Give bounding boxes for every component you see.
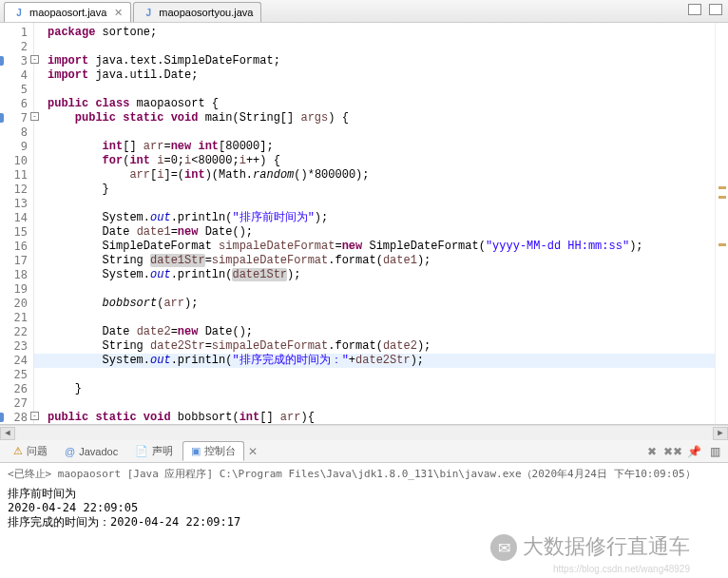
code-line[interactable]: System.out.println("排序前时间为"); bbox=[48, 211, 715, 225]
remove-launch-icon[interactable]: ✖ bbox=[644, 444, 660, 459]
line-number: 6 bbox=[0, 97, 28, 111]
line-number: 28- bbox=[0, 411, 28, 425]
line-number: 4 bbox=[0, 68, 28, 83]
console-header: <已终止> maopaosort [Java 应用程序] C:\Program … bbox=[8, 467, 720, 481]
remove-all-icon[interactable]: ✖✖ bbox=[665, 444, 680, 459]
pin-console-icon[interactable]: 📌 bbox=[686, 444, 701, 459]
code-line[interactable]: System.out.println(date1Str); bbox=[48, 268, 715, 282]
java-file-icon: J bbox=[142, 6, 155, 19]
code-line[interactable]: } bbox=[48, 183, 715, 197]
code-line[interactable]: public static void main(String[] args) { bbox=[48, 111, 715, 125]
override-marker-icon bbox=[0, 56, 4, 66]
override-marker-icon bbox=[0, 113, 4, 123]
code-line[interactable] bbox=[48, 396, 715, 411]
code-line[interactable] bbox=[48, 311, 715, 325]
panel-tab-icon: @ bbox=[65, 446, 75, 457]
panel-tab-label: 问题 bbox=[27, 444, 48, 458]
code-line[interactable] bbox=[48, 368, 715, 382]
tab-label: maopaosort.java bbox=[29, 7, 106, 18]
console-view: <已终止> maopaosort [Java 应用程序] C:\Program … bbox=[0, 463, 728, 533]
console-output: 排序前时间为 2020-04-24 22:09:05 排序完成的时间为：2020… bbox=[8, 487, 720, 530]
editor-tab[interactable]: Jmaopaosortyou.java bbox=[133, 2, 261, 22]
minimize-icon[interactable] bbox=[688, 4, 701, 15]
tab-label: maopaosortyou.java bbox=[159, 7, 253, 18]
display-selected-icon[interactable]: ▥ bbox=[707, 444, 722, 459]
close-icon[interactable]: ✕ bbox=[248, 445, 258, 458]
code-line[interactable]: Date date1=new Date(); bbox=[48, 225, 715, 240]
overview-ruler[interactable] bbox=[715, 23, 728, 424]
line-number: 7- bbox=[0, 111, 28, 125]
code-line[interactable]: int[] arr=new int[80000]; bbox=[48, 140, 715, 154]
code-editor[interactable]: 123-4567-8910111213141516171819202122232… bbox=[0, 23, 728, 425]
line-number: 3- bbox=[0, 54, 28, 68]
code-line[interactable]: arr[i]=(int)(Math.random()*800000); bbox=[48, 168, 715, 183]
line-number: 24 bbox=[0, 354, 28, 368]
line-number: 10 bbox=[0, 154, 28, 168]
horizontal-scrollbar[interactable]: ◄ ► bbox=[0, 425, 728, 440]
code-line[interactable] bbox=[48, 197, 715, 211]
line-number: 25 bbox=[0, 368, 28, 382]
line-number: 21 bbox=[0, 311, 28, 325]
code-line[interactable]: import java.text.SimpleDateFormat; bbox=[48, 54, 715, 68]
wechat-icon: ✉ bbox=[490, 534, 517, 561]
line-number: 27 bbox=[0, 396, 28, 411]
line-number: 22 bbox=[0, 325, 28, 339]
line-number: 11 bbox=[0, 168, 28, 183]
code-line[interactable] bbox=[48, 83, 715, 97]
panel-tab[interactable]: 📄声明 bbox=[127, 441, 181, 461]
console-toolbar: ✖ ✖✖ 📌 ▥ bbox=[644, 444, 722, 459]
code-line[interactable]: package sortone; bbox=[48, 26, 715, 40]
scroll-left-icon[interactable]: ◄ bbox=[0, 427, 15, 440]
line-number: 26 bbox=[0, 382, 28, 396]
code-line[interactable]: SimpleDateFormat simpaleDateFormat=new S… bbox=[48, 240, 715, 254]
code-line[interactable]: } bbox=[48, 382, 715, 396]
code-line[interactable]: String date1Str=simpaleDateFormat.format… bbox=[48, 254, 715, 268]
window-buttons bbox=[688, 4, 722, 15]
close-tab-icon[interactable]: ✕ bbox=[114, 7, 123, 19]
line-number: 2 bbox=[0, 40, 28, 54]
panel-tab-label: Javadoc bbox=[79, 446, 118, 457]
code-area[interactable]: package sortone; import java.text.Simple… bbox=[34, 23, 715, 424]
panel-tab-icon: ⚠ bbox=[13, 445, 23, 457]
line-number: 13 bbox=[0, 197, 28, 211]
bottom-panel-tabs: ⚠问题@Javadoc📄声明▣控制台 ✕ ✖ ✖✖ 📌 ▥ bbox=[0, 440, 728, 463]
editor-tabs: Jmaopaosort.java✕Jmaopaosortyou.java bbox=[0, 0, 728, 23]
code-line[interactable]: Date date2=new Date(); bbox=[48, 325, 715, 339]
line-number-gutter: 123-4567-8910111213141516171819202122232… bbox=[0, 23, 34, 424]
code-line[interactable]: String date2Str=simpaleDateFormat.format… bbox=[48, 339, 715, 354]
panel-tab-label: 控制台 bbox=[204, 444, 236, 458]
code-line[interactable]: import java.util.Date; bbox=[48, 68, 715, 83]
maximize-icon[interactable] bbox=[709, 4, 722, 15]
code-line[interactable]: for(int i=0;i<80000;i++) { bbox=[48, 154, 715, 168]
line-number: 12 bbox=[0, 183, 28, 197]
scroll-right-icon[interactable]: ► bbox=[713, 427, 728, 440]
line-number: 23 bbox=[0, 339, 28, 354]
code-line[interactable] bbox=[48, 40, 715, 54]
watermark-url: https://blog.csdn.net/wang48929 bbox=[553, 564, 690, 574]
line-number: 8 bbox=[0, 125, 28, 140]
code-line[interactable]: public static void bobbsort(int[] arr){ bbox=[48, 411, 715, 424]
panel-tab-label: 声明 bbox=[152, 444, 173, 458]
code-line[interactable] bbox=[48, 125, 715, 140]
code-line[interactable]: bobbsort(arr); bbox=[48, 297, 715, 311]
line-number: 14 bbox=[0, 211, 28, 225]
line-number: 1 bbox=[0, 26, 28, 40]
override-marker-icon bbox=[0, 413, 4, 422]
editor-tab[interactable]: Jmaopaosort.java✕ bbox=[4, 2, 131, 22]
line-number: 15 bbox=[0, 225, 28, 240]
line-number: 18 bbox=[0, 268, 28, 282]
panel-tab[interactable]: ▣控制台 bbox=[182, 441, 244, 461]
java-file-icon: J bbox=[12, 6, 26, 19]
line-number: 9 bbox=[0, 140, 28, 154]
line-number: 16 bbox=[0, 240, 28, 254]
line-number: 17 bbox=[0, 254, 28, 268]
code-line[interactable] bbox=[48, 282, 715, 297]
panel-tab[interactable]: @Javadoc bbox=[57, 441, 125, 461]
panel-tab[interactable]: ⚠问题 bbox=[6, 441, 55, 461]
code-line[interactable]: public class maopaosort { bbox=[48, 97, 715, 111]
line-number: 19 bbox=[0, 282, 28, 297]
line-number: 20 bbox=[0, 297, 28, 311]
line-number: 5 bbox=[0, 83, 28, 97]
watermark: ✉大数据修行直通车 bbox=[490, 532, 690, 561]
panel-tab-icon: ▣ bbox=[191, 445, 201, 457]
